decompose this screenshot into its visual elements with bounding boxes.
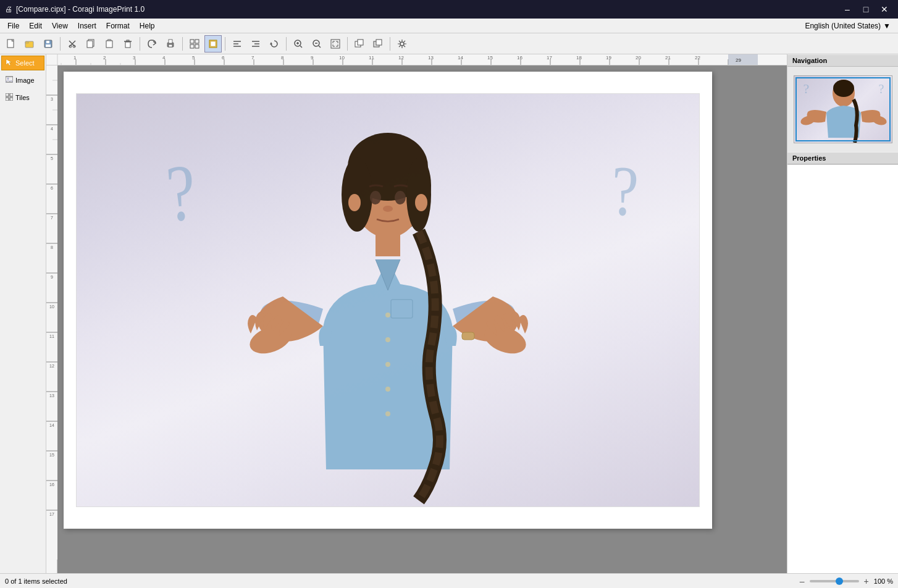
svg-point-158 — [415, 194, 427, 211]
close-button[interactable]: ✕ — [876, 2, 893, 16]
svg-text:12: 12 — [398, 55, 404, 61]
toolbar-copy[interactable] — [82, 35, 99, 52]
select-icon — [6, 59, 13, 67]
tool-image-label: Image — [15, 77, 35, 84]
toolbar-fit[interactable] — [327, 35, 344, 52]
photo-image[interactable]: ? ? — [76, 93, 700, 507]
app-icon: 🖨 — [5, 5, 12, 14]
tool-select-label: Select — [15, 59, 35, 67]
canvas-area: 1 2 3 4 5 6 7 8 9 10 11 12 13 14 15 16 1 — [46, 54, 787, 573]
svg-text:8: 8 — [281, 55, 284, 61]
image-icon — [6, 76, 13, 85]
zoom-minus-button[interactable]: – — [797, 576, 807, 586]
zoom-slider-thumb[interactable] — [836, 578, 843, 585]
title-bar: 🖨 [Compare.cipx] - Coragi ImagePrint 1.0… — [0, 0, 898, 19]
svg-text:19: 19 — [606, 55, 611, 61]
svg-rect-6 — [46, 41, 49, 43]
svg-text:21: 21 — [665, 55, 671, 61]
svg-text:3: 3 — [51, 97, 53, 101]
window-title: [Compare.cipx] - Coragi ImagePrint 1.0 — [16, 5, 145, 14]
svg-point-157 — [348, 194, 361, 211]
svg-point-170 — [833, 80, 854, 97]
toolbar-grid[interactable] — [186, 35, 203, 52]
svg-text:20: 20 — [636, 55, 641, 61]
svg-rect-15 — [125, 42, 130, 48]
toolbar-settings[interactable] — [393, 35, 411, 52]
nav-thumbnail[interactable]: ? ? — [794, 75, 892, 143]
navigation-header: Navigation — [787, 54, 898, 67]
svg-rect-168 — [462, 332, 474, 340]
toolbar-save[interactable] — [40, 35, 57, 52]
toolbar-frame[interactable] — [204, 35, 222, 52]
svg-rect-5 — [46, 44, 51, 47]
menu-insert[interactable]: Insert — [73, 19, 101, 33]
svg-text:13: 13 — [49, 393, 54, 398]
toolbar-arrange-front[interactable] — [369, 35, 387, 52]
svg-text:9: 9 — [51, 275, 53, 279]
properties-content — [787, 164, 898, 573]
svg-text:29: 29 — [736, 57, 741, 63]
svg-text:4: 4 — [162, 55, 166, 61]
svg-rect-53 — [376, 40, 382, 45]
svg-text:5: 5 — [51, 156, 53, 161]
menu-help[interactable]: Help — [135, 19, 160, 33]
svg-rect-12 — [87, 41, 93, 48]
zoom-slider[interactable] — [810, 580, 859, 582]
main-area: Select Image Tiles 1 — [0, 54, 898, 573]
svg-rect-41 — [331, 40, 340, 48]
svg-rect-23 — [190, 44, 194, 48]
svg-text:2: 2 — [103, 55, 106, 61]
menu-view[interactable]: View — [47, 19, 73, 33]
left-tools-panel: Select Image Tiles — [0, 54, 46, 573]
question-mark-left: ? — [164, 151, 198, 235]
svg-rect-19 — [169, 40, 172, 43]
tiles-icon — [6, 93, 13, 102]
toolbar-align-left[interactable] — [229, 35, 246, 52]
toolbar-zoom-in[interactable] — [290, 35, 307, 52]
svg-point-160 — [385, 313, 390, 317]
svg-rect-17 — [127, 40, 129, 41]
zoom-percent: 100 % — [874, 578, 893, 585]
toolbar-arrange-back[interactable] — [351, 35, 368, 52]
svg-point-57 — [7, 78, 9, 80]
svg-rect-59 — [10, 93, 13, 96]
maximize-button[interactable]: □ — [857, 2, 875, 16]
menu-edit[interactable]: Edit — [24, 19, 47, 33]
language-selector[interactable]: English (United States) — [805, 22, 881, 30]
toolbar-open[interactable] — [21, 35, 38, 52]
menu-file[interactable]: File — [2, 19, 24, 33]
tool-tiles[interactable]: Tiles — [1, 90, 44, 105]
zoom-control: – + 100 % — [797, 576, 893, 586]
toolbar-new[interactable] — [2, 35, 20, 52]
minimize-button[interactable]: – — [839, 2, 856, 16]
svg-rect-159 — [376, 232, 400, 256]
svg-rect-21 — [190, 40, 194, 43]
properties-header: Properties — [787, 152, 898, 164]
tool-select[interactable]: Select — [1, 56, 44, 70]
toolbar-delete[interactable] — [119, 35, 136, 52]
svg-rect-3 — [25, 42, 28, 43]
canvas-viewport[interactable]: ? ? — [57, 65, 787, 573]
svg-rect-20 — [169, 44, 172, 47]
toolbar-align-right[interactable] — [247, 35, 264, 52]
svg-text:10: 10 — [339, 55, 345, 61]
svg-text:13: 13 — [428, 55, 434, 61]
svg-point-152 — [342, 158, 372, 232]
toolbar-zoom-out[interactable] — [308, 35, 325, 52]
tool-image[interactable]: Image — [1, 73, 44, 88]
toolbar-print[interactable] — [162, 35, 179, 52]
toolbar-sep-6 — [347, 37, 348, 51]
toolbar-redo[interactable] — [143, 35, 161, 52]
lang-dropdown-icon[interactable]: ▼ — [883, 22, 891, 30]
menu-format[interactable]: Format — [101, 19, 135, 33]
svg-text:9: 9 — [311, 55, 314, 61]
svg-text:14: 14 — [458, 55, 463, 61]
toolbar-paste[interactable] — [101, 35, 118, 52]
right-panel: Navigation ? ? — [787, 54, 898, 573]
zoom-plus-button[interactable]: + — [862, 576, 871, 586]
svg-text:5: 5 — [192, 55, 195, 61]
toolbar-rotate[interactable] — [266, 35, 283, 52]
svg-point-155 — [395, 191, 406, 204]
toolbar-cut[interactable] — [64, 35, 81, 52]
svg-point-54 — [400, 42, 404, 46]
